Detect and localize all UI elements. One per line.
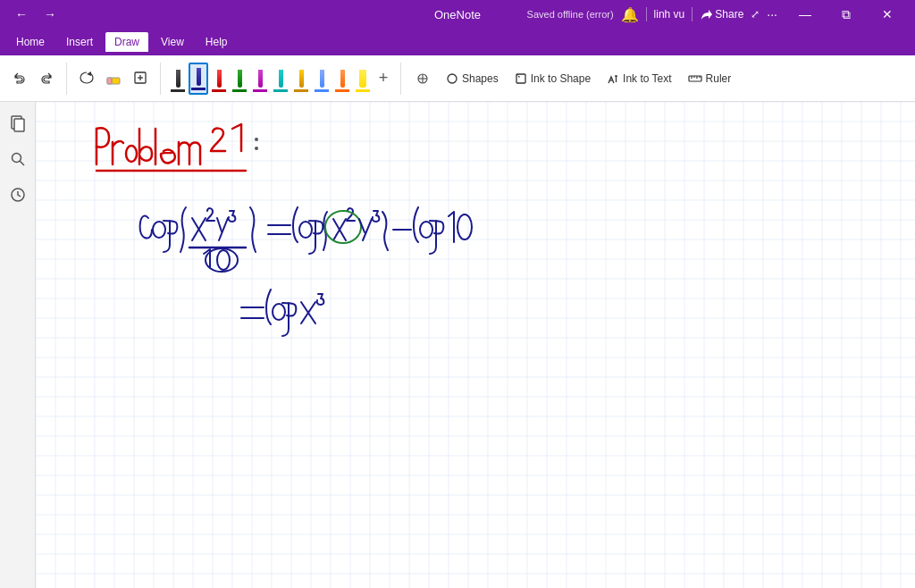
shapes-button[interactable]: Shapes [439,63,506,95]
pen-colors-group: + [168,63,393,95]
second-line-equation [241,290,323,336]
shapes-label: Shapes [462,72,499,85]
more-options-icon[interactable]: ··· [767,7,777,21]
ink-to-text-label: Ink to Text [623,72,671,85]
toolbar: + Shapes Ink to Shape [0,55,915,102]
pen-black[interactable] [168,63,188,95]
pen-purple[interactable] [250,63,270,95]
svg-rect-23 [14,119,24,131]
ruler-button[interactable]: Ruler [681,63,739,95]
pen-green[interactable] [230,63,249,95]
nav-buttons: ← → [7,0,64,29]
status-text: Saved offline (error) [527,9,614,20]
sidebar-pages-icon[interactable] [4,109,32,138]
svg-point-29 [255,138,258,141]
ink-to-shape-label: Ink to Shape [531,72,591,85]
bell-icon[interactable]: 🔔 [621,6,639,23]
svg-point-41 [458,214,472,239]
lasso-button[interactable] [74,59,99,98]
ink-to-shape-button[interactable]: Ink to Shape [508,63,598,95]
svg-point-27 [126,146,137,162]
svg-point-33 [217,250,230,270]
menu-draw[interactable]: Draw [105,32,148,52]
main-content [36,102,915,588]
handwriting-area[interactable] [36,102,915,588]
problem-21-text [97,124,258,171]
sidebar [0,102,36,588]
undo-button[interactable] [7,59,32,98]
pen-orange[interactable] [291,63,311,95]
share-button[interactable]: Share [700,8,743,21]
pen-yellow[interactable] [353,63,373,95]
menu-home[interactable]: Home [7,32,54,52]
svg-line-25 [20,161,24,165]
user-area: Saved offline (error) 🔔 linh vu Share ⤢ … [527,0,908,29]
back-button[interactable]: ← [7,0,36,29]
sidebar-search-icon[interactable] [4,145,32,173]
type-button[interactable] [128,59,153,98]
svg-point-30 [255,147,258,150]
pen-teal[interactable] [271,63,290,95]
svg-point-31 [153,222,165,238]
sidebar-recent-icon[interactable] [4,181,32,209]
eraser-button[interactable] [101,59,126,98]
titlebar: ← → OneNote Saved offline (error) 🔔 linh… [0,0,915,29]
svg-point-37 [299,222,312,238]
close-button[interactable]: ✕ [867,0,908,29]
pen-orange2[interactable] [332,63,352,95]
menu-help[interactable]: Help [197,32,237,52]
expand-icon[interactable]: ⤢ [751,8,760,21]
pen-blue[interactable] [312,63,332,95]
undo-redo-group [7,59,59,98]
pen-red[interactable] [209,63,229,95]
right-tools-group: Shapes Ink to Shape Ink to Text [408,63,738,95]
main-equation [140,207,472,272]
svg-point-38 [325,211,361,243]
svg-rect-10 [516,74,525,83]
window-controls: ― ⧉ ✕ [785,0,908,29]
menu-insert[interactable]: Insert [57,32,102,52]
user-name[interactable]: linh vu [654,8,685,21]
ink-toggle-button[interactable] [408,63,437,95]
redo-button[interactable] [34,59,59,98]
ink-to-text-button[interactable]: Ink to Text [600,63,678,95]
add-pen-button[interactable]: + [374,63,393,95]
menubar: Home Insert Draw View Help [0,29,915,55]
forward-button[interactable]: → [36,0,64,29]
selection-group [74,59,153,98]
minimize-button[interactable]: ― [785,0,826,29]
svg-point-44 [273,304,285,320]
app-title: OneNote [434,8,481,21]
menu-view[interactable]: View [152,32,193,52]
ruler-label: Ruler [706,72,732,85]
svg-rect-1 [107,78,112,84]
svg-point-40 [420,222,432,238]
svg-point-9 [448,74,457,83]
restore-button[interactable]: ⧉ [826,0,867,29]
pen-darkblue[interactable] [189,63,208,95]
